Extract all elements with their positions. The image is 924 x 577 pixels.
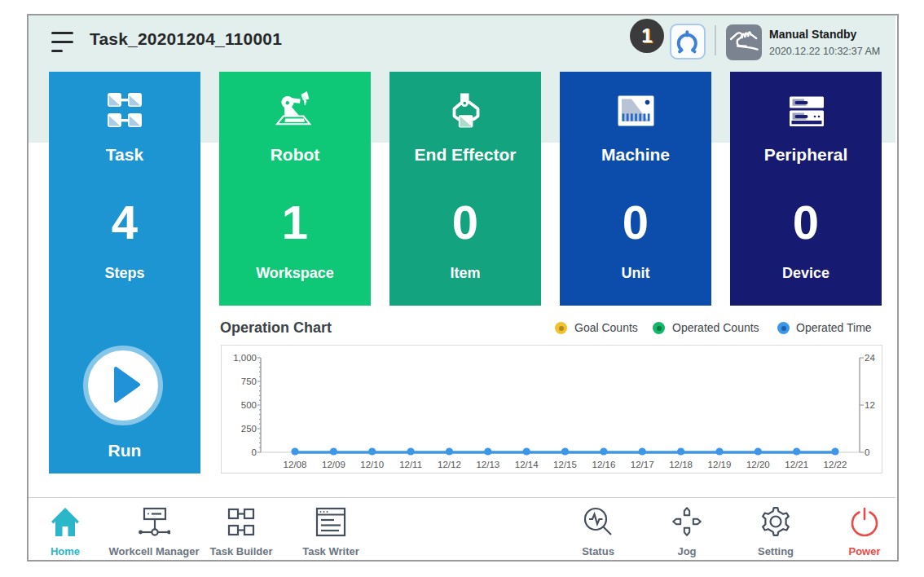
svg-text:12/13: 12/13 [476,460,499,469]
svg-text:12/14: 12/14 [515,460,539,469]
svg-text:12/08: 12/08 [284,460,307,469]
svg-text:0: 0 [252,447,257,457]
svg-text:12/15: 12/15 [553,460,577,469]
svg-text:12/18: 12/18 [669,460,693,469]
svg-text:12/12: 12/12 [438,460,461,469]
svg-text:12/09: 12/09 [322,460,345,469]
svg-text:0: 0 [865,447,869,457]
svg-text:12/22: 12/22 [824,460,847,469]
svg-text:12/17: 12/17 [631,460,654,469]
svg-text:12/16: 12/16 [592,460,616,469]
svg-text:500: 500 [241,400,257,410]
svg-text:12: 12 [865,400,875,410]
svg-text:12/11: 12/11 [399,460,422,469]
svg-text:24: 24 [865,353,875,363]
svg-text:12/21: 12/21 [785,460,808,469]
svg-text:250: 250 [241,424,257,434]
svg-text:1,000: 1,000 [233,353,257,363]
svg-text:12/10: 12/10 [360,460,384,469]
svg-text:12/19: 12/19 [708,460,732,469]
svg-text:12/20: 12/20 [746,460,770,469]
svg-text:750: 750 [241,377,257,386]
